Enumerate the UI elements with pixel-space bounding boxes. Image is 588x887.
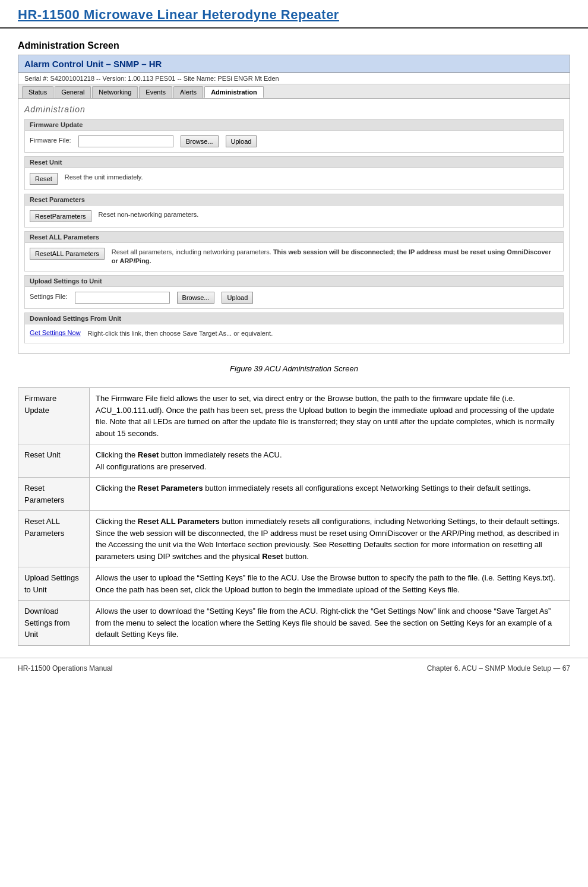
- admin-section-title: Administration: [24, 102, 564, 119]
- reset-unit-description: Reset the unit immediately.: [65, 173, 558, 182]
- upload-settings-body: Settings File: Browse... Upload: [25, 287, 563, 308]
- download-settings-section: Download Settings From Unit Get Settings…: [24, 312, 564, 343]
- download-settings-description: Right-click this link, then choose Save …: [88, 329, 558, 338]
- reset-all-parameters-body: ResetALL Parameters Reset all parameters…: [25, 243, 563, 271]
- tab-networking[interactable]: Networking: [92, 86, 138, 98]
- table-row: Reset ParametersClicking the Reset Param…: [18, 478, 570, 511]
- reset-unit-section: Reset Unit Reset Reset the unit immediat…: [24, 156, 564, 190]
- page-title: HR-11500 Microwave Linear Heterodyne Rep…: [18, 7, 570, 23]
- figure-caption-text: Figure 39 ACU Administration Screen: [230, 364, 358, 373]
- description-table: Firmware UpdateThe Firmware File field a…: [18, 387, 570, 646]
- table-cell-term: Upload Settings to Unit: [18, 567, 90, 601]
- firmware-file-label: Firmware File:: [30, 135, 71, 144]
- reset-parameters-button[interactable]: ResetParameters: [30, 210, 91, 222]
- table-cell-definition: Clicking the Reset ALL Parameters button…: [90, 511, 570, 567]
- reset-parameters-body: ResetParameters Reset non-networking par…: [25, 206, 563, 227]
- figure-caption: Figure 39 ACU Administration Screen: [0, 359, 588, 381]
- tab-alerts[interactable]: Alerts: [173, 86, 203, 98]
- tab-general[interactable]: General: [55, 86, 91, 98]
- firmware-update-section: Firmware Update Firmware File: Browse...…: [24, 119, 564, 153]
- reset-all-parameters-section: Reset ALL Parameters ResetALL Parameters…: [24, 231, 564, 272]
- tab-events[interactable]: Events: [139, 86, 172, 98]
- reset-all-parameters-button[interactable]: ResetALL Parameters: [30, 248, 105, 260]
- footer-right: Chapter 6. ACU – SNMP Module Setup — 67: [427, 664, 570, 673]
- reset-all-parameters-header: Reset ALL Parameters: [25, 232, 563, 243]
- tab-status[interactable]: Status: [22, 86, 53, 98]
- acu-subtitle: Serial #: S42001001218 -- Version: 1.00.…: [18, 73, 570, 84]
- reset-all-parameters-description: Reset all parameters, including networki…: [112, 248, 558, 266]
- firmware-file-input[interactable]: [78, 135, 173, 147]
- settings-file-input[interactable]: [75, 292, 170, 304]
- firmware-update-header: Firmware Update: [25, 119, 563, 131]
- settings-browse-button[interactable]: Browse...: [177, 292, 215, 304]
- table-cell-term: Download Settings from Unit: [18, 601, 90, 646]
- reset-parameters-header: Reset Parameters: [25, 194, 563, 206]
- table-cell-definition: Clicking the Reset Parameters button imm…: [90, 478, 570, 511]
- table-row: Download Settings from UnitAllows the us…: [18, 601, 570, 646]
- acu-title-bar: Alarm Control Unit – SNMP – HR: [18, 55, 570, 73]
- table-row: Reset ALL ParametersClicking the Reset A…: [18, 511, 570, 567]
- table-cell-definition: Allows the user to download the “Setting…: [90, 601, 570, 646]
- firmware-browse-button[interactable]: Browse...: [181, 135, 219, 147]
- download-settings-body: Get Settings Now Right-click this link, …: [25, 324, 563, 343]
- table-cell-term: Firmware Update: [18, 388, 90, 444]
- firmware-update-body: Firmware File: Browse... Upload: [25, 131, 563, 152]
- page-footer: HR-11500 Operations Manual Chapter 6. AC…: [0, 658, 588, 678]
- table-cell-definition: Clicking the Reset button immediately re…: [90, 444, 570, 478]
- admin-content: Administration Firmware Update Firmware …: [18, 99, 570, 353]
- settings-file-label: Settings File:: [30, 292, 68, 300]
- table-cell-term: Reset Unit: [18, 444, 90, 478]
- table-row: Upload Settings to UnitAllows the user t…: [18, 567, 570, 601]
- reset-unit-body: Reset Reset the unit immediately.: [25, 168, 563, 190]
- table-cell-definition: Allows the user to upload the “Setting K…: [90, 567, 570, 601]
- firmware-upload-button[interactable]: Upload: [226, 135, 257, 147]
- reset-parameters-description: Reset non-networking parameters.: [99, 210, 558, 219]
- tab-administration[interactable]: Administration: [204, 86, 264, 98]
- table-cell-term: Reset Parameters: [18, 478, 90, 511]
- table-cell-definition: The Firmware File field allows the user …: [90, 388, 570, 444]
- upload-settings-section: Upload Settings to Unit Settings File: B…: [24, 275, 564, 309]
- get-settings-link[interactable]: Get Settings Now: [30, 329, 81, 336]
- table-row: Reset UnitClicking the Reset button imme…: [18, 444, 570, 478]
- section-heading: Administration Screen: [0, 34, 588, 55]
- reset-unit-button[interactable]: Reset: [30, 173, 58, 185]
- settings-upload-button[interactable]: Upload: [222, 292, 253, 304]
- table-cell-term: Reset ALL Parameters: [18, 511, 90, 567]
- reset-parameters-section: Reset Parameters ResetParameters Reset n…: [24, 194, 564, 228]
- acu-panel: Alarm Control Unit – SNMP – HR Serial #:…: [18, 55, 570, 353]
- footer-left: HR-11500 Operations Manual: [18, 664, 112, 673]
- reset-unit-header: Reset Unit: [25, 157, 563, 168]
- page-header: HR-11500 Microwave Linear Heterodyne Rep…: [0, 0, 588, 29]
- tab-bar: Status General Networking Events Alerts …: [18, 84, 570, 99]
- download-settings-header: Download Settings From Unit: [25, 313, 563, 324]
- table-row: Firmware UpdateThe Firmware File field a…: [18, 388, 570, 444]
- upload-settings-header: Upload Settings to Unit: [25, 276, 563, 287]
